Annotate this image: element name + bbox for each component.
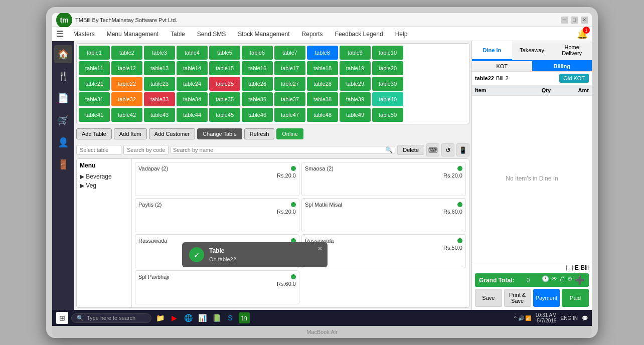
table-btn-table6[interactable]: table6 [242,46,273,60]
sidebar-person[interactable]: 👤 [54,133,72,151]
taskbar-app-icon[interactable]: tn [239,312,250,323]
table-btn-table19[interactable]: table19 [340,61,371,75]
table-btn-table36[interactable]: table36 [242,92,273,106]
table-btn-table14[interactable]: table14 [177,61,208,75]
table-btn-table39[interactable]: table39 [340,92,371,106]
mobile-icon-btn[interactable]: 📱 [456,143,469,156]
select-table-input[interactable] [76,145,121,155]
table-btn-table33[interactable]: table33 [144,92,175,106]
table-btn-table44[interactable]: table44 [177,108,208,122]
table-btn-table9[interactable]: table9 [340,46,371,60]
sidebar-home[interactable]: 🏠 [54,45,72,63]
table-btn-table26[interactable]: table26 [242,77,273,91]
table-btn-table5[interactable]: table5 [209,46,240,60]
settings-icon[interactable]: ⚙ [567,275,573,285]
clock-icon[interactable]: 🕐 [542,275,549,285]
table-btn-table45[interactable]: table45 [209,108,240,122]
table-btn-table25[interactable]: table25 [209,77,240,91]
menu-beverage[interactable]: ▶ Beverage [80,172,128,181]
table-btn-table28[interactable]: table28 [307,77,338,91]
eye-icon[interactable]: 👁 [551,275,557,285]
table-btn-table23[interactable]: table23 [144,77,175,91]
notification-bell[interactable]: 🔔 1 [577,29,588,40]
table-btn-table1[interactable]: table1 [79,46,110,60]
table-btn-table41[interactable]: table41 [79,108,110,122]
table-btn-table10[interactable]: table10 [372,46,403,60]
sidebar-logout[interactable]: 🚪 [54,155,72,174]
menu-sms[interactable]: Send SMS [195,30,228,39]
menu-table[interactable]: Table [169,30,187,39]
search-code-input[interactable] [123,145,169,155]
table-btn-table2[interactable]: table2 [111,46,142,60]
window-controls[interactable]: ─ □ ✕ [561,17,588,24]
table-btn-table11[interactable]: table11 [79,61,110,75]
paid-button[interactable]: Paid [562,289,589,307]
table-btn-table16[interactable]: table16 [242,61,273,75]
menu-feedback[interactable]: Feedback Legend [333,30,385,39]
taskbar-folder-icon[interactable]: 📁 [154,312,166,323]
menu-management[interactable]: Menu Management [105,30,160,39]
table-btn-table46[interactable]: table46 [242,108,273,122]
close-button[interactable]: ✕ [581,17,588,24]
table-btn-table35[interactable]: table35 [209,92,240,106]
ebill-checkbox[interactable] [566,265,573,271]
item-card-paytis[interactable]: Paytis (2) Rs.20.0 [135,198,299,232]
taskbar-excel-icon[interactable]: 📗 [211,312,222,323]
table-btn-table40[interactable]: table40 [372,92,403,106]
menu-reports[interactable]: Reports [300,30,325,39]
item-card-spl-matki[interactable]: Spl Matki Misal Rs.60.0 [301,198,466,232]
start-button[interactable]: ⊞ [56,312,68,324]
kot-button[interactable]: KOT [472,61,532,71]
hamburger-button[interactable]: ☰ [56,29,63,39]
add-customer-button[interactable]: Add Customer [149,128,195,139]
table-btn-table49[interactable]: table49 [340,108,371,122]
table-btn-table8[interactable]: table8 [307,46,338,60]
delete-button[interactable]: Delete [397,145,424,155]
table-btn-table37[interactable]: table37 [274,92,305,106]
table-btn-table29[interactable]: table29 [340,77,371,91]
table-btn-table43[interactable]: table43 [144,108,175,122]
add-table-button[interactable]: Add Table [76,128,112,139]
add-icon[interactable]: ➕ [575,275,585,285]
table-btn-table17[interactable]: table17 [274,61,305,75]
table-btn-table20[interactable]: table20 [372,61,403,75]
notification-taskbar-icon[interactable]: 💬 [582,315,588,321]
menu-stock[interactable]: Stock Management [236,30,291,39]
table-btn-table38[interactable]: table38 [307,92,338,106]
save-button[interactable]: Save [475,289,502,307]
table-btn-table32[interactable]: table32 [111,92,142,106]
table-btn-table50[interactable]: table50 [372,108,403,122]
print-icon[interactable]: 🖨 [559,275,565,285]
tab-takeaway[interactable]: Takeaway [512,41,552,60]
table-btn-table15[interactable]: table15 [209,61,240,75]
taskbar-chrome-icon[interactable]: 🌐 [183,312,194,323]
menu-help[interactable]: Help [393,30,410,39]
minimize-button[interactable]: ─ [561,17,568,24]
maximize-button[interactable]: □ [571,17,578,24]
table-btn-table13[interactable]: table13 [144,61,175,75]
sidebar-document[interactable]: 📄 [54,89,72,107]
search-name-icon[interactable]: 🔍 [385,146,393,153]
menu-veg[interactable]: ▶ Veg [80,181,128,190]
refresh-icon-btn[interactable]: ↺ [441,143,454,156]
table-btn-table22[interactable]: table22 [111,77,142,91]
table-btn-table18[interactable]: table18 [307,61,338,75]
table-btn-table34[interactable]: table34 [177,92,208,106]
tab-home-delivery[interactable]: Home Delivery [552,41,592,60]
keyboard-icon-btn[interactable]: ⌨ [426,143,439,156]
refresh-button[interactable]: Refresh [244,128,275,139]
change-table-button[interactable]: Change Table [197,128,242,139]
taskbar-search-bar[interactable]: 🔍 Type here to search [71,313,151,323]
table-btn-table31[interactable]: table31 [79,92,110,106]
table-btn-table30[interactable]: table30 [372,77,403,91]
table-btn-table47[interactable]: table47 [274,108,305,122]
online-button[interactable]: Online [276,128,303,139]
billing-button[interactable]: Billing [532,61,592,71]
add-item-button[interactable]: Add Item [114,128,147,139]
item-card-spl-pavbhaji[interactable]: Spl Pavbhaji Rs.60.0 [135,270,299,304]
payment-button[interactable]: Payment [533,289,560,307]
table-btn-table24[interactable]: table24 [177,77,208,91]
table-btn-table7[interactable]: table7 [274,46,305,60]
table-btn-table21[interactable]: table21 [79,77,110,91]
item-card-vadapav[interactable]: Vadapav (2) Rs.20.0 [135,162,299,196]
